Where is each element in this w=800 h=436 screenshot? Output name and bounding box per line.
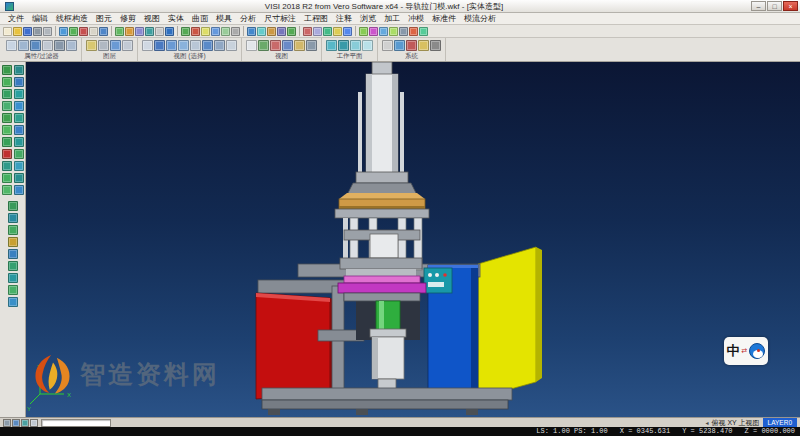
- ribbon-tool-icon[interactable]: [350, 40, 361, 51]
- ribbon-tool-icon[interactable]: [430, 40, 441, 51]
- side-tool-icon[interactable]: [14, 161, 24, 171]
- ribbon-tool-icon[interactable]: [418, 40, 429, 51]
- ribbon-tool-icon[interactable]: [202, 40, 213, 51]
- side-tool-icon[interactable]: [2, 161, 12, 171]
- side-tool-icon[interactable]: [2, 89, 12, 99]
- corner-sticker[interactable]: 中 ⇄: [724, 337, 768, 365]
- ribbon-tool-icon[interactable]: [382, 40, 393, 51]
- menu-item[interactable]: 标准件: [428, 13, 460, 25]
- ribbon-tool-icon[interactable]: [42, 40, 53, 51]
- tool-icon[interactable]: [43, 27, 52, 36]
- menu-item[interactable]: 视图: [140, 13, 164, 25]
- tool-icon[interactable]: [3, 27, 12, 36]
- ribbon-tool-icon[interactable]: [406, 40, 417, 51]
- tool-icon[interactable]: [115, 27, 124, 36]
- tool-icon[interactable]: [69, 27, 78, 36]
- menu-item[interactable]: 模具: [212, 13, 236, 25]
- tool-icon[interactable]: [343, 27, 352, 36]
- side-tool-icon[interactable]: [8, 261, 18, 271]
- status-snap-icon[interactable]: [21, 419, 29, 427]
- close-button[interactable]: ×: [783, 1, 798, 11]
- ribbon-tool-icon[interactable]: [66, 40, 77, 51]
- menu-item[interactable]: 模流分析: [460, 13, 500, 25]
- tool-icon[interactable]: [231, 27, 240, 36]
- menu-item[interactable]: 修剪: [116, 13, 140, 25]
- ribbon-tool-icon[interactable]: [362, 40, 373, 51]
- side-tool-icon[interactable]: [14, 65, 24, 75]
- menu-item[interactable]: 文件: [4, 13, 28, 25]
- side-tool-icon[interactable]: [8, 201, 18, 211]
- viewport-3d[interactable]: Z X Y 智造资料网 中 ⇄: [26, 62, 800, 417]
- tool-icon[interactable]: [211, 27, 220, 36]
- side-tool-icon[interactable]: [8, 273, 18, 283]
- ribbon-tool-icon[interactable]: [86, 40, 97, 51]
- status-snap-icon[interactable]: [12, 419, 20, 427]
- side-tool-icon[interactable]: [2, 113, 12, 123]
- tool-icon[interactable]: [59, 27, 68, 36]
- tool-icon[interactable]: [13, 27, 22, 36]
- side-tool-icon[interactable]: [14, 101, 24, 111]
- tool-icon[interactable]: [165, 27, 174, 36]
- side-tool-icon[interactable]: [2, 137, 12, 147]
- ribbon-tool-icon[interactable]: [30, 40, 41, 51]
- ribbon-tool-icon[interactable]: [326, 40, 337, 51]
- menu-item[interactable]: 编辑: [28, 13, 52, 25]
- side-tool-icon[interactable]: [2, 101, 12, 111]
- minimize-button[interactable]: –: [751, 1, 766, 11]
- side-tool-icon[interactable]: [8, 249, 18, 259]
- menu-item[interactable]: 图元: [92, 13, 116, 25]
- side-tool-icon[interactable]: [8, 237, 18, 247]
- side-tool-icon[interactable]: [14, 149, 24, 159]
- side-tool-icon[interactable]: [8, 225, 18, 235]
- tool-icon[interactable]: [221, 27, 230, 36]
- side-tool-icon[interactable]: [2, 173, 12, 183]
- tool-icon[interactable]: [247, 27, 256, 36]
- ribbon-tool-icon[interactable]: [258, 40, 269, 51]
- side-tool-icon[interactable]: [14, 77, 24, 87]
- side-tool-icon[interactable]: [2, 185, 12, 195]
- control-box[interactable]: [424, 268, 452, 293]
- menu-item[interactable]: 分析: [236, 13, 260, 25]
- ribbon-tool-icon[interactable]: [282, 40, 293, 51]
- tool-icon[interactable]: [369, 27, 378, 36]
- maximize-button[interactable]: □: [767, 1, 782, 11]
- ribbon-tool-icon[interactable]: [214, 40, 225, 51]
- hydraulic-cylinder[interactable]: [347, 62, 417, 195]
- side-tool-icon[interactable]: [2, 125, 12, 135]
- view-dropdown-icon[interactable]: ◂: [705, 418, 708, 428]
- tool-icon[interactable]: [191, 27, 200, 36]
- tool-icon[interactable]: [155, 27, 164, 36]
- side-tool-icon[interactable]: [14, 185, 24, 195]
- ribbon-tool-icon[interactable]: [122, 40, 133, 51]
- tool-icon[interactable]: [399, 27, 408, 36]
- tool-icon[interactable]: [99, 27, 108, 36]
- tool-icon[interactable]: [181, 27, 190, 36]
- tool-icon[interactable]: [33, 27, 42, 36]
- ribbon-tool-icon[interactable]: [190, 40, 201, 51]
- status-snap-icon[interactable]: [30, 419, 38, 427]
- tool-icon[interactable]: [389, 27, 398, 36]
- base-frame[interactable]: [262, 388, 512, 415]
- tool-icon[interactable]: [277, 27, 286, 36]
- ribbon-tool-icon[interactable]: [98, 40, 109, 51]
- ribbon-tool-icon[interactable]: [54, 40, 65, 51]
- status-command-input[interactable]: [41, 419, 111, 427]
- tool-icon[interactable]: [125, 27, 134, 36]
- menu-item[interactable]: 线框构造: [52, 13, 92, 25]
- menu-item[interactable]: 冲模: [404, 13, 428, 25]
- side-tool-icon[interactable]: [8, 297, 18, 307]
- ribbon-tool-icon[interactable]: [6, 40, 17, 51]
- side-tool-icon[interactable]: [8, 285, 18, 295]
- ribbon-tool-icon[interactable]: [142, 40, 153, 51]
- ribbon-tool-icon[interactable]: [246, 40, 257, 51]
- ribbon-tool-icon[interactable]: [226, 40, 237, 51]
- tool-icon[interactable]: [267, 27, 276, 36]
- die-set[interactable]: [335, 193, 429, 301]
- ribbon-tool-icon[interactable]: [178, 40, 189, 51]
- tool-icon[interactable]: [257, 27, 266, 36]
- tool-icon[interactable]: [201, 27, 210, 36]
- tool-icon[interactable]: [323, 27, 332, 36]
- menu-item[interactable]: 浏览: [356, 13, 380, 25]
- tool-icon[interactable]: [303, 27, 312, 36]
- tool-icon[interactable]: [379, 27, 388, 36]
